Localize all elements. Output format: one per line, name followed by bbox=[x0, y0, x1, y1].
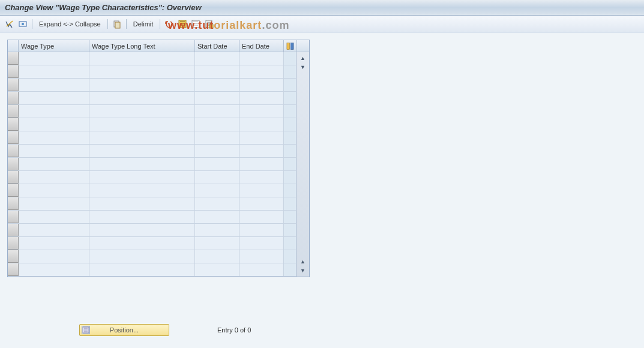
cell-long-text[interactable] bbox=[89, 65, 195, 78]
cell-wage-type[interactable] bbox=[19, 145, 89, 157]
cell-long-text[interactable] bbox=[89, 197, 195, 210]
table-config-icon[interactable] bbox=[284, 40, 297, 52]
cell-start-date[interactable] bbox=[195, 184, 239, 197]
cell-end-date[interactable] bbox=[239, 224, 284, 236]
cell-start-date[interactable] bbox=[195, 92, 239, 104]
cell-wage-type[interactable] bbox=[19, 224, 89, 236]
row-selector[interactable] bbox=[8, 52, 19, 65]
undo-icon[interactable] bbox=[163, 18, 175, 30]
cell-end-date[interactable] bbox=[239, 131, 284, 144]
row-selector[interactable] bbox=[8, 250, 19, 263]
cell-end-date[interactable] bbox=[239, 158, 284, 170]
cell-long-text[interactable] bbox=[89, 184, 195, 197]
row-selector[interactable] bbox=[8, 263, 19, 276]
cell-wage-type[interactable] bbox=[19, 52, 89, 65]
row-selector[interactable] bbox=[8, 79, 19, 91]
cell-long-text[interactable] bbox=[89, 158, 195, 170]
cell-long-text[interactable] bbox=[89, 79, 195, 91]
scroll-down-icon[interactable]: ▼ bbox=[299, 63, 307, 71]
row-selector[interactable] bbox=[8, 92, 19, 104]
cell-start-date[interactable] bbox=[195, 263, 239, 276]
cell-end-date[interactable] bbox=[239, 211, 284, 223]
cell-start-date[interactable] bbox=[195, 65, 239, 78]
cell-start-date[interactable] bbox=[195, 237, 239, 250]
cell-long-text[interactable] bbox=[89, 171, 195, 184]
cell-end-date[interactable] bbox=[239, 105, 284, 118]
col-header-end-date[interactable]: End Date bbox=[239, 40, 284, 52]
cell-long-text[interactable] bbox=[89, 105, 195, 118]
cell-end-date[interactable] bbox=[239, 197, 284, 210]
cell-end-date[interactable] bbox=[239, 250, 284, 263]
copy-as-icon[interactable] bbox=[111, 18, 123, 30]
row-selector-header[interactable] bbox=[8, 40, 19, 52]
cell-start-date[interactable] bbox=[195, 145, 239, 157]
other-view-icon[interactable] bbox=[17, 18, 29, 30]
row-selector[interactable] bbox=[8, 65, 19, 78]
cell-long-text[interactable] bbox=[89, 118, 195, 131]
cell-wage-type[interactable] bbox=[19, 184, 89, 197]
cell-long-text[interactable] bbox=[89, 52, 195, 65]
row-selector[interactable] bbox=[8, 184, 19, 197]
scroll-down-bottom-icon[interactable]: ▼ bbox=[299, 266, 307, 275]
cell-wage-type[interactable] bbox=[19, 79, 89, 91]
cell-end-date[interactable] bbox=[239, 145, 284, 157]
cell-wage-type[interactable] bbox=[19, 250, 89, 263]
cell-end-date[interactable] bbox=[239, 184, 284, 197]
cell-wage-type[interactable] bbox=[19, 263, 89, 276]
row-selector[interactable] bbox=[8, 105, 19, 118]
cell-start-date[interactable] bbox=[195, 79, 239, 91]
row-selector[interactable] bbox=[8, 118, 19, 131]
cell-long-text[interactable] bbox=[89, 237, 195, 250]
cell-long-text[interactable] bbox=[89, 145, 195, 157]
cell-start-date[interactable] bbox=[195, 118, 239, 131]
cell-wage-type[interactable] bbox=[19, 131, 89, 144]
cell-long-text[interactable] bbox=[89, 263, 195, 276]
row-selector[interactable] bbox=[8, 171, 19, 184]
col-header-long-text[interactable]: Wage Type Long Text bbox=[89, 40, 195, 52]
col-header-wage-type[interactable]: Wage Type bbox=[19, 40, 89, 52]
cell-start-date[interactable] bbox=[195, 158, 239, 170]
expand-collapse-button[interactable]: Expand <-> Collapse bbox=[35, 19, 104, 29]
scroll-up-top-icon[interactable]: ▲ bbox=[299, 54, 307, 62]
cell-long-text[interactable] bbox=[89, 211, 195, 223]
cell-end-date[interactable] bbox=[239, 92, 284, 104]
row-selector[interactable] bbox=[8, 131, 19, 144]
row-selector[interactable] bbox=[8, 197, 19, 210]
cell-end-date[interactable] bbox=[239, 171, 284, 184]
row-selector[interactable] bbox=[8, 158, 19, 170]
cell-start-date[interactable] bbox=[195, 52, 239, 65]
cell-start-date[interactable] bbox=[195, 224, 239, 236]
cell-start-date[interactable] bbox=[195, 131, 239, 144]
cell-long-text[interactable] bbox=[89, 131, 195, 144]
cell-start-date[interactable] bbox=[195, 105, 239, 118]
scroll-up-icon[interactable]: ▲ bbox=[299, 257, 307, 266]
cell-wage-type[interactable] bbox=[19, 211, 89, 223]
cell-wage-type[interactable] bbox=[19, 118, 89, 131]
cell-wage-type[interactable] bbox=[19, 65, 89, 78]
cell-long-text[interactable] bbox=[89, 92, 195, 104]
toggle-icon[interactable] bbox=[4, 18, 16, 30]
cell-end-date[interactable] bbox=[239, 118, 284, 131]
cell-end-date[interactable] bbox=[239, 52, 284, 65]
cell-wage-type[interactable] bbox=[19, 171, 89, 184]
vertical-scrollbar[interactable]: ▲ ▼ ▲ ▼ bbox=[296, 52, 309, 277]
delimit-button[interactable]: Delimit bbox=[130, 19, 157, 29]
cell-wage-type[interactable] bbox=[19, 158, 89, 170]
cell-wage-type[interactable] bbox=[19, 197, 89, 210]
cell-wage-type[interactable] bbox=[19, 92, 89, 104]
cell-wage-type[interactable] bbox=[19, 237, 89, 250]
row-selector[interactable] bbox=[8, 224, 19, 236]
row-selector[interactable] bbox=[8, 237, 19, 250]
row-selector[interactable] bbox=[8, 145, 19, 157]
row-selector[interactable] bbox=[8, 211, 19, 223]
cell-long-text[interactable] bbox=[89, 224, 195, 236]
col-header-start-date[interactable]: Start Date bbox=[195, 40, 239, 52]
cell-end-date[interactable] bbox=[239, 79, 284, 91]
cell-start-date[interactable] bbox=[195, 250, 239, 263]
cell-start-date[interactable] bbox=[195, 211, 239, 223]
cell-wage-type[interactable] bbox=[19, 105, 89, 118]
cell-long-text[interactable] bbox=[89, 250, 195, 263]
cell-end-date[interactable] bbox=[239, 263, 284, 276]
cell-start-date[interactable] bbox=[195, 171, 239, 184]
deselect-all-icon[interactable] bbox=[190, 18, 202, 30]
